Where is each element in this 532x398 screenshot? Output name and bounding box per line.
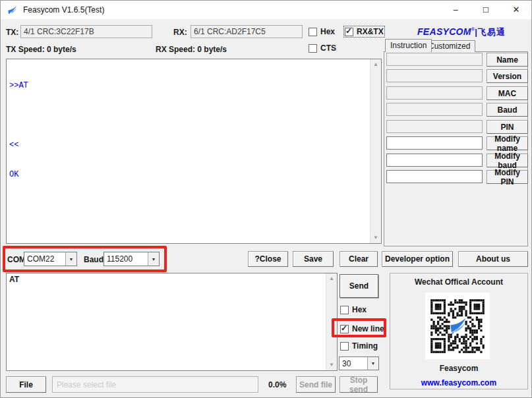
- tab-instruction[interactable]: Instruction: [385, 39, 432, 52]
- chevron-down-icon[interactable]: ▼: [367, 357, 378, 370]
- progress-percent: 0.0%: [268, 380, 286, 389]
- wechat-title: Wechat Offical Account: [390, 277, 527, 287]
- version-button[interactable]: Version: [487, 69, 528, 83]
- chevron-down-icon[interactable]: ▼: [65, 252, 76, 266]
- modify-baud-button[interactable]: Modify baud: [487, 154, 528, 167]
- terminal-line: [9, 111, 367, 121]
- com-label: COM: [7, 255, 26, 264]
- timing-interval-value: 30: [340, 359, 367, 368]
- baud-rate-select[interactable]: 115200 ▼: [103, 252, 160, 266]
- send-scrollbar[interactable]: ▲ ▼: [326, 273, 337, 370]
- rxtx-label: RX&TX: [357, 27, 384, 36]
- checkbox-box[interactable]: [340, 342, 349, 351]
- checkbox-box[interactable]: [340, 306, 349, 314]
- checkbox-box[interactable]: [309, 28, 317, 36]
- send-button[interactable]: Send: [340, 274, 378, 298]
- name-button[interactable]: Name: [487, 53, 528, 67]
- hex-display-checkbox[interactable]: Hex: [309, 27, 335, 36]
- file-path-input[interactable]: [52, 376, 258, 393]
- tx-label: TX:: [6, 28, 18, 37]
- terminal-line: >>AT: [9, 81, 367, 91]
- checkbox-box[interactable]: ✓: [345, 28, 353, 36]
- check-icon: ✓: [341, 324, 347, 333]
- name-result-field: [386, 53, 483, 66]
- minimize-button[interactable]: –: [440, 1, 471, 19]
- receive-terminal[interactable]: >>AT << OK ▲ ▼: [6, 59, 382, 244]
- close-port-button[interactable]: ?Close: [248, 251, 288, 267]
- terminal-log: >>AT << OK: [7, 59, 370, 243]
- timing-checkbox[interactable]: Timing: [340, 341, 378, 351]
- baud-rate-value: 115200: [104, 254, 148, 264]
- check-icon: ✓: [345, 26, 352, 36]
- close-button[interactable]: ✕: [501, 1, 531, 19]
- brand-chinese: 飞易通: [478, 27, 506, 37]
- hex-send-label: Hex: [352, 305, 367, 314]
- developer-option-button[interactable]: Developer option: [382, 251, 453, 267]
- app-window: Feasycom V1.6.5(Test) – ☐ ✕ TX: 4/1 CRC:…: [0, 0, 532, 398]
- feasycom-brand-logo: FEASYCOM®|飞易通: [417, 26, 506, 38]
- baud-button[interactable]: Baud: [487, 103, 528, 117]
- maximize-button[interactable]: ☐: [471, 1, 501, 19]
- send-text-content[interactable]: AT: [7, 273, 326, 370]
- window-title: Feasycom V1.6.5(Test): [23, 1, 104, 19]
- pin-result-field: [386, 120, 483, 133]
- scroll-up-icon[interactable]: ▲: [326, 273, 337, 284]
- send-text-area[interactable]: AT ▲ ▼: [6, 273, 338, 371]
- timing-label: Timing: [352, 341, 378, 351]
- com-port-select[interactable]: COM22 ▼: [24, 252, 77, 266]
- modify-name-input[interactable]: [386, 136, 483, 150]
- terminal-scrollbar[interactable]: ▲ ▼: [370, 59, 381, 243]
- rx-label: RX:: [173, 28, 187, 37]
- baud-result-field: [386, 103, 483, 116]
- hex-send-checkbox[interactable]: Hex: [340, 305, 367, 314]
- scroll-up-icon[interactable]: ▲: [370, 59, 381, 70]
- qr-code-image: [429, 298, 486, 355]
- version-result-field: [386, 69, 483, 82]
- brand-text: FEASYCOM: [417, 26, 471, 37]
- file-button[interactable]: File: [6, 376, 46, 393]
- scroll-down-icon[interactable]: ▼: [370, 233, 381, 243]
- pin-button[interactable]: PIN: [487, 120, 528, 134]
- wechat-groupbox: Wechat Offical Account Feasycom www.feas…: [390, 273, 528, 389]
- checkbox-box[interactable]: [309, 44, 317, 53]
- tx-crc-field: 4/1 CRC:3C22F17B: [20, 25, 152, 38]
- baud-label: Baud: [84, 255, 103, 264]
- save-button[interactable]: Save: [293, 251, 334, 267]
- website-link[interactable]: www.feasycom.com: [390, 378, 527, 387]
- new-line-label: New line: [352, 324, 384, 333]
- modify-pin-button[interactable]: Modify PIN: [487, 170, 528, 184]
- titlebar: Feasycom V1.6.5(Test) – ☐ ✕: [1, 1, 531, 19]
- chevron-down-icon[interactable]: ▼: [148, 252, 159, 266]
- clear-button[interactable]: Clear: [340, 251, 378, 267]
- cts-label: CTS: [320, 43, 336, 53]
- com-port-value: COM22: [24, 254, 65, 264]
- tx-speed-label: TX Speed: 0 byte/s: [6, 45, 76, 54]
- mac-result-field: [386, 86, 483, 100]
- checkbox-box[interactable]: ✓: [340, 325, 349, 333]
- hex-display-label: Hex: [320, 27, 335, 36]
- cts-checkbox[interactable]: CTS: [309, 43, 336, 53]
- rx-speed-label: RX Speed: 0 byte/s: [156, 45, 227, 54]
- modify-pin-input[interactable]: [386, 170, 483, 183]
- timing-interval-select[interactable]: 30 ▼: [339, 356, 379, 370]
- rxtx-checkbox[interactable]: ✓ RX&TX: [345, 27, 384, 36]
- mac-button[interactable]: MAC: [487, 86, 528, 100]
- wechat-account-name: Feasycom: [390, 364, 527, 373]
- wechat-qr-code: [425, 293, 490, 359]
- modify-name-button[interactable]: Modify name: [487, 136, 528, 150]
- scroll-down-icon[interactable]: ▼: [326, 360, 337, 370]
- modify-baud-input[interactable]: [386, 154, 483, 167]
- app-logo-icon: [7, 5, 18, 15]
- stop-send-button[interactable]: Stop send: [340, 376, 378, 393]
- terminal-line: OK: [9, 170, 367, 180]
- send-file-button[interactable]: Send file: [296, 376, 336, 393]
- terminal-line: <<: [9, 140, 367, 150]
- new-line-checkbox[interactable]: ✓ New line: [340, 324, 384, 333]
- about-us-button[interactable]: About us: [458, 251, 528, 267]
- rx-crc-field: 6/1 CRC:AD2F17C5: [191, 25, 303, 38]
